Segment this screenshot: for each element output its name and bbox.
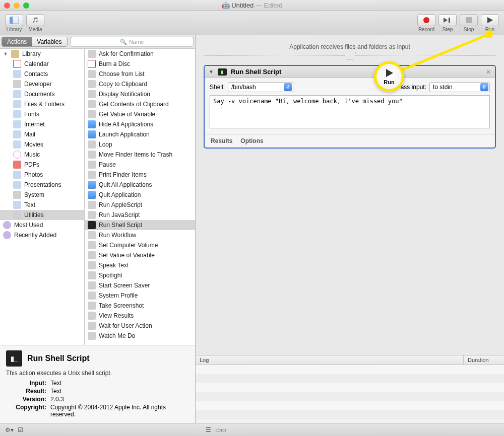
play-icon (486, 17, 493, 24)
library-categories[interactable]: ▼LibraryCalendarContactsDeveloperDocumen… (0, 49, 85, 345)
action-copy-to-clipboard[interactable]: Copy to Clipboard (85, 79, 195, 89)
action-quit-application[interactable]: Quit Application (85, 190, 195, 200)
action-start-screen-saver[interactable]: Start Screen Saver (85, 280, 195, 290)
disclosure-triangle-icon[interactable]: ▼ (209, 69, 214, 75)
smart-recently-added[interactable]: Recently Added (0, 230, 84, 240)
search-input[interactable]: 🔍 Name (71, 37, 194, 47)
action-view-results[interactable]: View Results (85, 311, 195, 321)
category-files-folders[interactable]: Files & Folders (0, 99, 84, 109)
action-description: ▮_Run Shell Script This action executes … (0, 345, 195, 423)
action-watch-me-do[interactable]: Watch Me Do (85, 331, 195, 341)
category-contacts[interactable]: Contacts (0, 69, 84, 79)
action-print-finder-items[interactable]: Print Finder Items (85, 170, 195, 180)
shell-script-textarea[interactable] (210, 95, 490, 128)
category-text[interactable]: Text (0, 200, 84, 210)
category-photos[interactable]: Photos (0, 170, 84, 180)
action-wait-for-user-action[interactable]: Wait for User Action (85, 321, 195, 331)
status-bar: ⚙︎▾ ☑︎ ☰ ▭▭ (0, 423, 504, 436)
action-run-workflow[interactable]: Run Workflow (85, 230, 195, 240)
smart-most-used[interactable]: Most Used (0, 220, 84, 230)
library-root[interactable]: ▼Library (0, 49, 84, 59)
category-movies[interactable]: Movies (0, 139, 84, 150)
log-panel: Log Duration (196, 355, 504, 423)
library-toggle-button[interactable]: Library (5, 14, 23, 32)
action-burn-a-disc[interactable]: Burn a Disc (85, 59, 195, 69)
action-get-contents-of-clipboard[interactable]: Get Contents of Clipboard (85, 99, 195, 109)
action-pause[interactable]: Pause (85, 160, 195, 170)
action-get-value-of-variable[interactable]: Get Value of Variable (85, 109, 195, 119)
action-set-computer-volume[interactable]: Set Computer Volume (85, 240, 195, 250)
svg-marker-6 (487, 17, 493, 23)
step-icon (444, 17, 452, 24)
close-window-button[interactable] (4, 3, 10, 9)
action-system-profile[interactable]: System Profile (85, 290, 195, 301)
options-tab[interactable]: Options (240, 137, 263, 144)
chevron-updown-icon: ⇵ (284, 83, 292, 91)
terminal-icon: ▮_ (6, 350, 22, 367)
category-presentations[interactable]: Presentations (0, 180, 84, 190)
shell-select[interactable]: /bin/bash⇵ (228, 82, 293, 92)
svg-marker-9 (386, 69, 393, 77)
stop-button: Stop (460, 14, 478, 32)
action-run-applescript[interactable]: Run AppleScript (85, 200, 195, 210)
svg-rect-1 (13, 17, 19, 24)
duration-column-header[interactable]: Duration (464, 355, 504, 365)
action-run-shell-script[interactable]: Run Shell Script (85, 220, 195, 230)
action-speak-text[interactable]: Speak Text (85, 260, 195, 270)
record-icon (423, 17, 430, 24)
category-utilities[interactable]: Utilities (0, 210, 84, 220)
library-actions[interactable]: Ask for ConfirmationBurn a DiscChoose fr… (85, 49, 195, 345)
tab-variables[interactable]: Variables (32, 37, 67, 46)
gear-icon[interactable]: ⚙︎▾ (5, 426, 14, 433)
category-calendar[interactable]: Calendar (0, 59, 84, 69)
stop-icon (465, 17, 472, 24)
action-run-shell-script: ▼ ▮ Run Shell Script ✕ Shell: /bin/bash⇵… (204, 65, 496, 149)
library-panel: Actions Variables 🔍 Name ▼LibraryCalenda… (0, 35, 196, 423)
category-documents[interactable]: Documents (0, 89, 84, 99)
action-hide-all-applications[interactable]: Hide All Applications (85, 119, 195, 129)
action-launch-application[interactable]: Launch Application (85, 129, 195, 139)
action-move-finder-items-to-trash[interactable]: Move Finder Items to Trash (85, 150, 195, 160)
category-mail[interactable]: Mail (0, 129, 84, 139)
terminal-icon: ▮ (218, 68, 227, 76)
tab-actions[interactable]: Actions (2, 37, 32, 46)
window-title: 🤖 Untitled — Edited (0, 2, 504, 9)
run-button[interactable]: Run (481, 14, 499, 32)
category-pdfs[interactable]: PDFs (0, 160, 84, 170)
results-tab[interactable]: Results (211, 137, 232, 144)
category-developer[interactable]: Developer (0, 79, 84, 89)
action-set-value-of-variable[interactable]: Set Value of Variable (85, 250, 195, 260)
workflow-canvas[interactable]: Application receives files and folders a… (196, 35, 504, 423)
media-button[interactable]: 🎵 Media (26, 14, 44, 32)
minimize-window-button[interactable] (14, 3, 20, 9)
chevron-updown-icon: ⇵ (480, 83, 488, 91)
action-take-screenshot[interactable]: Take Screenshot (85, 301, 195, 311)
action-choose-from-list[interactable]: Choose from List (85, 69, 195, 79)
media-icon: 🎵 (32, 17, 38, 23)
search-icon: 🔍 (120, 39, 127, 45)
category-fonts[interactable]: Fonts (0, 109, 84, 119)
action-quit-all-applications[interactable]: Quit All Applications (85, 180, 195, 190)
grid-view-icon[interactable]: ▭▭ (215, 426, 226, 433)
action-display-notification[interactable]: Display Notification (85, 89, 195, 99)
action-ask-for-confirmation[interactable]: Ask for Confirmation (85, 49, 195, 59)
record-button[interactable]: Record (417, 14, 435, 32)
step-button[interactable]: Step (438, 14, 457, 32)
action-spotlight[interactable]: Spotlight (85, 270, 195, 280)
action-run-javascript[interactable]: Run JavaScript (85, 210, 195, 220)
log-column-header[interactable]: Log (196, 355, 464, 365)
category-system[interactable]: System (0, 190, 84, 200)
pass-input-select[interactable]: to stdin⇵ (429, 82, 490, 92)
category-internet[interactable]: Internet (0, 119, 84, 129)
zoom-window-button[interactable] (23, 3, 29, 9)
remove-action-button[interactable]: ✕ (486, 68, 491, 76)
svg-rect-0 (10, 17, 13, 24)
workflow-input-header[interactable]: Application receives files and folders a… (204, 35, 496, 56)
shell-label: Shell: (210, 84, 225, 91)
category-music[interactable]: Music (0, 150, 84, 160)
action-loop[interactable]: Loop (85, 139, 195, 150)
library-tabs: Actions Variables (2, 37, 68, 47)
annotation-callout-run: Run (374, 61, 404, 92)
log-view-icon[interactable]: ☑︎ (18, 426, 23, 433)
list-view-icon[interactable]: ☰ (206, 426, 211, 433)
